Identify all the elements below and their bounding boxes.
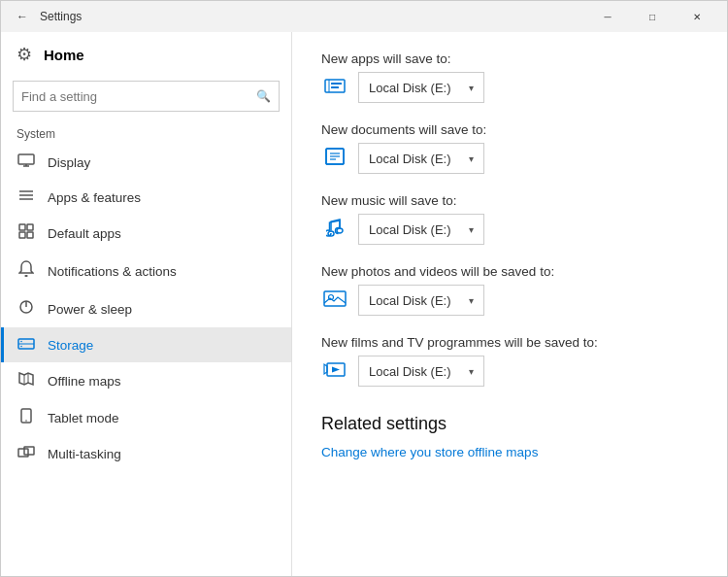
multi-tasking-icon — [17, 445, 36, 462]
sidebar-item-tablet-mode[interactable]: Tablet mode — [1, 399, 291, 436]
new-photos-label: New photos and videos will be saved to: — [321, 264, 698, 279]
new-music-dropdown-text: Local Disk (E:) — [369, 222, 451, 237]
new-apps-control: Local Disk (E:) ▾ — [321, 72, 698, 103]
new-documents-dropdown-arrow: ▾ — [469, 153, 474, 164]
new-films-dropdown-text: Local Disk (E:) — [369, 364, 451, 379]
sidebar-item-notifications[interactable]: Notifications & actions — [1, 252, 291, 290]
svg-rect-27 — [331, 83, 342, 85]
sidebar-item-multi-tasking-label: Multi-tasking — [48, 447, 121, 461]
new-photos-dropdown-text: Local Disk (E:) — [369, 293, 451, 308]
new-apps-dropdown-text: Local Disk (E:) — [369, 81, 451, 95]
sidebar-item-display[interactable]: Display — [1, 145, 291, 180]
svg-rect-23 — [18, 449, 28, 457]
apps-save-icon — [321, 77, 348, 99]
new-photos-dropdown[interactable]: Local Disk (E:) ▾ — [358, 285, 484, 316]
minimize-button[interactable]: ─ — [585, 1, 630, 32]
svg-rect-25 — [325, 80, 345, 92]
sidebar: ⚙ Home 🔍 System Display App — [1, 32, 292, 576]
content-area: ⚙ Home 🔍 System Display App — [1, 32, 727, 576]
window-title: Settings — [40, 10, 585, 23]
related-settings-section: Related settings Change where you store … — [321, 414, 698, 459]
new-apps-dropdown-arrow: ▾ — [469, 83, 474, 93]
new-films-label: New films and TV programmes will be save… — [321, 335, 698, 350]
system-label: System — [1, 119, 291, 145]
svg-rect-8 — [19, 232, 25, 238]
display-icon — [17, 153, 36, 171]
home-icon: ⚙ — [17, 44, 32, 65]
search-icon[interactable]: 🔍 — [256, 89, 271, 103]
new-documents-control: Local Disk (E:) ▾ — [321, 143, 698, 174]
sidebar-item-tablet-label: Tablet mode — [48, 411, 119, 425]
new-films-control: Local Disk (E:) ▾ — [321, 356, 698, 387]
window-controls: ─ □ ✕ — [585, 1, 719, 32]
new-documents-dropdown-text: Local Disk (E:) — [369, 152, 451, 166]
svg-marker-40 — [332, 366, 340, 372]
svg-rect-7 — [27, 224, 33, 230]
sidebar-item-apps-features[interactable]: Apps & features — [1, 180, 291, 215]
svg-point-22 — [25, 420, 27, 422]
svg-rect-9 — [27, 232, 33, 238]
new-films-dropdown-arrow: ▾ — [469, 366, 474, 377]
new-films-row: New films and TV programmes will be save… — [321, 335, 698, 387]
main-panel: New apps will save to: Local Disk (E:) ▾… — [292, 32, 727, 576]
sidebar-item-apps-features-label: Apps & features — [48, 190, 141, 205]
svg-marker-39 — [324, 364, 327, 374]
new-music-control: Local Disk (E:) ▾ — [321, 214, 698, 245]
search-input[interactable] — [21, 89, 256, 104]
svg-point-35 — [337, 228, 343, 233]
photos-save-icon — [321, 288, 348, 313]
new-music-label: New music will save to: — [321, 193, 698, 208]
documents-save-icon — [321, 147, 348, 171]
sidebar-item-multi-tasking[interactable]: Multi-tasking — [1, 436, 291, 471]
svg-point-17 — [20, 346, 22, 348]
new-photos-control: Local Disk (E:) ▾ — [321, 285, 698, 316]
power-icon — [17, 299, 36, 319]
new-apps-label: New apps will save to: — [321, 51, 698, 66]
new-photos-row: New photos and videos will be saved to: … — [321, 264, 698, 316]
offline-maps-icon — [17, 371, 36, 390]
new-documents-row: New documents will save to: Local Disk (… — [321, 122, 698, 174]
svg-rect-0 — [18, 154, 34, 164]
films-save-icon — [321, 360, 348, 383]
sidebar-item-storage-label: Storage — [48, 338, 93, 353]
sidebar-item-storage[interactable]: Storage — [1, 327, 291, 362]
home-label: Home — [44, 47, 84, 63]
search-box: 🔍 — [13, 81, 280, 112]
new-documents-label: New documents will save to: — [321, 122, 698, 137]
svg-marker-18 — [19, 373, 33, 385]
svg-rect-24 — [24, 447, 34, 455]
svg-rect-6 — [19, 224, 25, 230]
notifications-icon — [17, 260, 36, 282]
back-button[interactable]: ← — [9, 3, 36, 30]
close-button[interactable]: ✕ — [675, 1, 719, 32]
svg-point-16 — [20, 341, 22, 343]
new-music-row: New music will save to: Local Disk (E:) … — [321, 193, 698, 245]
sidebar-item-display-label: Display — [48, 155, 90, 170]
svg-rect-28 — [331, 86, 339, 88]
titlebar: ← Settings ─ □ ✕ — [1, 1, 727, 32]
sidebar-item-notifications-label: Notifications & actions — [48, 264, 177, 279]
new-apps-dropdown[interactable]: Local Disk (E:) ▾ — [358, 72, 484, 103]
offline-maps-link[interactable]: Change where you store offline maps — [321, 445, 538, 459]
new-apps-row: New apps will save to: Local Disk (E:) ▾ — [321, 51, 698, 103]
maximize-button[interactable]: □ — [630, 1, 675, 32]
new-music-dropdown-arrow: ▾ — [469, 224, 474, 235]
sidebar-item-offline-maps[interactable]: Offline maps — [1, 362, 291, 399]
new-documents-dropdown[interactable]: Local Disk (E:) ▾ — [358, 143, 484, 174]
storage-icon — [17, 336, 36, 354]
default-apps-icon — [17, 223, 36, 243]
sidebar-item-default-apps-label: Default apps — [48, 226, 121, 241]
new-photos-dropdown-arrow: ▾ — [469, 295, 474, 306]
sidebar-item-default-apps[interactable]: Default apps — [1, 215, 291, 252]
new-films-dropdown[interactable]: Local Disk (E:) ▾ — [358, 356, 484, 387]
music-save-icon — [321, 218, 348, 242]
new-music-dropdown[interactable]: Local Disk (E:) ▾ — [358, 214, 484, 245]
apps-features-icon — [17, 188, 36, 206]
sidebar-home[interactable]: ⚙ Home — [1, 32, 291, 77]
sidebar-item-power-label: Power & sleep — [48, 302, 132, 317]
related-settings-title: Related settings — [321, 414, 698, 434]
settings-window: ← Settings ─ □ ✕ ⚙ Home 🔍 — [0, 0, 728, 577]
sidebar-item-power-sleep[interactable]: Power & sleep — [1, 290, 291, 327]
sidebar-item-offline-maps-label: Offline maps — [48, 374, 121, 389]
tablet-mode-icon — [17, 408, 36, 427]
